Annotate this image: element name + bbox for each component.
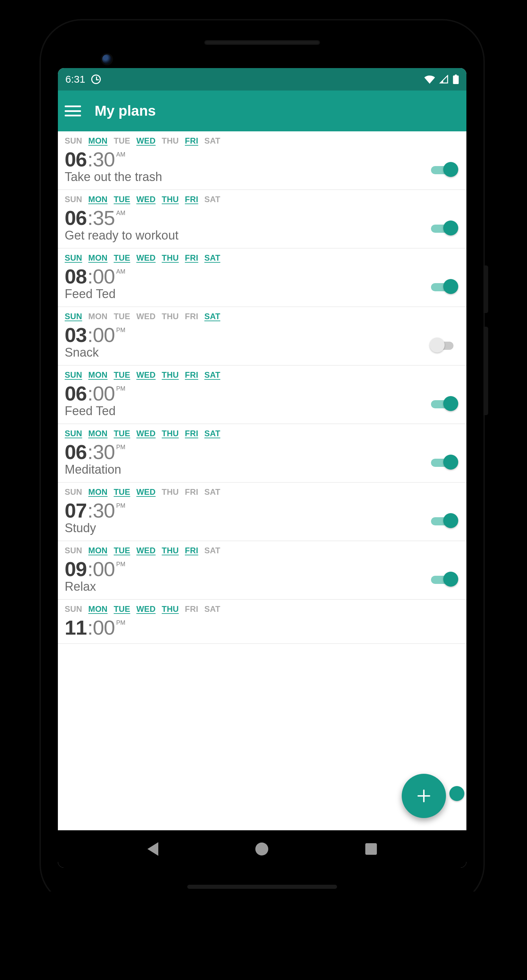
plan-time: 09:00PM — [65, 557, 460, 581]
plan-item[interactable]: SUNMONTUEWEDTHUFRISAT09:00PMRelax — [58, 541, 466, 600]
plan-label: Feed Ted — [65, 287, 460, 301]
plan-label: Study — [65, 521, 460, 535]
alarm-icon — [91, 75, 101, 84]
day-label: SAT — [204, 605, 220, 614]
plan-hour: 06 — [65, 440, 87, 464]
day-label: MON — [88, 195, 108, 204]
plan-toggle[interactable] — [431, 279, 458, 294]
day-label: SUN — [65, 312, 82, 321]
day-label: FRI — [185, 487, 198, 497]
svg-rect-1 — [455, 75, 457, 76]
plan-ampm: PM — [116, 444, 125, 451]
plan-days: SUNMONTUEWEDTHUFRISAT — [65, 136, 460, 146]
plan-toggle[interactable] — [431, 221, 458, 235]
day-label: FRI — [185, 253, 198, 263]
plan-time: 07:30PM — [65, 499, 460, 522]
back-button[interactable] — [147, 842, 158, 856]
plan-days: SUNMONTUEWEDTHUFRISAT — [65, 312, 460, 321]
plan-days: SUNMONTUEWEDTHUFRISAT — [65, 429, 460, 438]
recents-button[interactable] — [365, 843, 377, 855]
day-label: FRI — [185, 370, 198, 380]
day-label: TUE — [114, 546, 131, 555]
plan-minute: :35 — [88, 206, 115, 230]
plan-days: SUNMONTUEWEDTHUFRISAT — [65, 546, 460, 555]
day-label: WED — [136, 312, 156, 321]
day-label: WED — [136, 605, 156, 614]
day-label: MON — [88, 253, 108, 263]
plan-toggle[interactable] — [431, 396, 458, 411]
plan-days: SUNMONTUEWEDTHUFRISAT — [65, 605, 460, 614]
plan-ampm: PM — [116, 385, 125, 392]
day-label: TUE — [114, 253, 131, 263]
day-label: MON — [88, 136, 108, 146]
plan-item[interactable]: SUNMONTUEWEDTHUFRISAT11:00PM — [58, 600, 466, 644]
plan-list[interactable]: SUNMONTUEWEDTHUFRISAT06:30AMTake out the… — [58, 131, 466, 830]
plus-icon — [416, 788, 432, 804]
svg-rect-0 — [453, 76, 459, 84]
day-label: SAT — [204, 487, 220, 497]
plan-toggle[interactable] — [431, 513, 458, 528]
plan-time: 11:00PM — [65, 616, 460, 640]
day-label: WED — [136, 546, 156, 555]
day-label: FRI — [185, 195, 198, 204]
day-label: TUE — [114, 136, 131, 146]
plan-ampm: PM — [116, 327, 125, 334]
plan-days: SUNMONTUEWEDTHUFRISAT — [65, 253, 460, 263]
day-label: SAT — [204, 136, 220, 146]
plan-days: SUNMONTUEWEDTHUFRISAT — [65, 195, 460, 204]
plan-toggle[interactable] — [431, 162, 458, 177]
battery-icon — [453, 75, 459, 84]
plan-ampm: PM — [116, 502, 125, 509]
add-plan-button[interactable] — [402, 774, 446, 818]
phone-camera — [102, 54, 111, 64]
day-label: TUE — [114, 605, 131, 614]
day-label: MON — [88, 546, 108, 555]
plan-item[interactable]: SUNMONTUEWEDTHUFRISAT06:30AMTake out the… — [58, 131, 466, 190]
day-label: SAT — [204, 312, 220, 321]
day-label: SUN — [65, 546, 82, 555]
day-label: TUE — [114, 429, 131, 438]
day-label: MON — [88, 312, 108, 321]
plan-toggle[interactable] — [431, 455, 458, 469]
phone-speaker — [204, 40, 320, 45]
screen: 6:31 My plans SUNMONTUEWEDTHUFRISAT06:30… — [58, 68, 466, 868]
day-label: SAT — [204, 253, 220, 263]
plan-item[interactable]: SUNMONTUEWEDTHUFRISAT08:00AMFeed Ted — [58, 248, 466, 307]
day-label: THU — [162, 195, 179, 204]
plan-item[interactable]: SUNMONTUEWEDTHUFRISAT06:30PMMeditation — [58, 424, 466, 482]
day-label: THU — [162, 253, 179, 263]
day-label: WED — [136, 487, 156, 497]
plan-ampm: AM — [116, 268, 125, 275]
menu-icon[interactable] — [65, 105, 81, 117]
plan-minute: :30 — [88, 148, 115, 171]
day-label: FRI — [185, 312, 198, 321]
wifi-icon — [424, 75, 435, 84]
phone-frame: 6:31 My plans SUNMONTUEWEDTHUFRISAT06:30… — [41, 21, 483, 905]
plan-ampm: PM — [116, 619, 125, 627]
day-label: MON — [88, 605, 108, 614]
day-label: WED — [136, 429, 156, 438]
plan-hour: 03 — [65, 323, 87, 347]
home-button[interactable] — [255, 843, 268, 856]
plan-time: 03:00PM — [65, 323, 460, 347]
plan-item[interactable]: SUNMONTUEWEDTHUFRISAT07:30PMStudy — [58, 482, 466, 541]
day-label: THU — [162, 546, 179, 555]
day-label: FRI — [185, 546, 198, 555]
plan-item[interactable]: SUNMONTUEWEDTHUFRISAT06:35AMGet ready to… — [58, 190, 466, 248]
plan-item[interactable]: SUNMONTUEWEDTHUFRISAT06:00PMFeed Ted — [58, 366, 466, 424]
cell-signal-icon — [439, 75, 449, 84]
plan-toggle[interactable] — [431, 572, 458, 587]
plan-toggle[interactable] — [431, 337, 458, 353]
plan-toggle[interactable] — [449, 786, 459, 801]
day-label: THU — [162, 487, 179, 497]
day-label: SAT — [204, 429, 220, 438]
day-label: TUE — [114, 195, 131, 204]
plan-days: SUNMONTUEWEDTHUFRISAT — [65, 370, 460, 380]
plan-minute: :00 — [88, 323, 115, 347]
day-label: SUN — [65, 136, 82, 146]
day-label: FRI — [185, 429, 198, 438]
plan-item[interactable]: SUNMONTUEWEDTHUFRISAT03:00PMSnack — [58, 307, 466, 366]
day-label: SUN — [65, 605, 82, 614]
plan-minute: :00 — [88, 382, 115, 405]
day-label: WED — [136, 136, 156, 146]
